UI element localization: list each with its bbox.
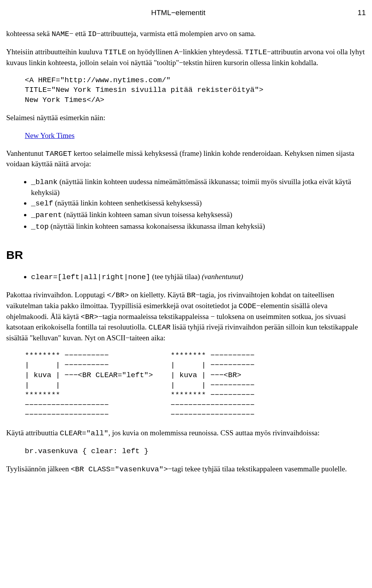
list-item: _top (näyttää linkin kohteen samassa kok… [31,221,366,232]
code-clear: clear=[left|all|right|none] [31,273,150,281]
code-br: BR [187,291,196,300]
code-parent: _parent [31,211,62,219]
header-title: HTML−elementit [6,8,350,18]
deprecated-note: (vanhentunut) [202,272,243,281]
paragraph-css-rule: Tyylisäännön jälkeen <BR CLASS="vasenkuv… [6,464,366,475]
heading-br: BR [6,247,366,263]
paragraph-browser-shows: Selaimesi näyttää esimerkin näin: [6,113,366,123]
text: −linkkien yhteydessä. [179,48,245,56]
text: (näyttää linkin kohteen samassa kokonais… [49,222,265,230]
code-br-end: </BR> [107,291,129,300]
paragraph-target: Vanhentunut TARGET kertoo selaimelle mis… [6,148,366,169]
ascii-art-diagram: ******** −−−−−−−−−− ******** −−−−−−−−−− … [6,351,366,420]
code-target: TARGET [45,150,72,158]
code-blank: _blank [31,178,57,186]
code-code: CODE [239,302,257,310]
text: Yhteisiin attribuutteihin kuuluva [6,48,104,56]
paragraph-br-description: Pakottaa rivinvaihdon. Lopputagi </BR> o… [6,290,366,343]
code-block-css: br.vasenkuva { clear: left } [6,447,366,457]
target-values-list: _blank (näyttää linkin kohteen uudessa n… [6,177,366,232]
code-br-tag: <BR> [81,313,98,321]
code-clear: CLEAR [148,323,170,332]
text: kohteessa sekä [6,29,52,38]
list-item: _parent (näyttää linkin kohteen saman si… [31,210,366,221]
text: on hyödyllinen [126,48,174,56]
text: (näyttää linkin kohteen saman sivun tois… [62,210,232,219]
paragraph-title-attr: Yhteisiin attribuutteihin kuuluva TITLE … [6,47,366,67]
code-br-class: <BR CLASS="vasenkuva"> [71,465,168,474]
page-header: HTML−elementit 11 [6,8,366,18]
text: , jos kuvia on molemmissa reunoissa. CSS… [108,429,320,437]
list-item: _blank (näyttää linkin kohteen uudessa n… [31,177,366,197]
code-top: _top [31,222,49,231]
text: −tagi tekee tyhjää tilaa tekstikappaleen… [168,465,347,473]
list-item: clear=[left|all|right|none] (tee tyhjää … [31,272,366,283]
header-page-number: 11 [350,8,366,18]
example-link-nytimes[interactable]: New York Times [25,131,74,140]
text: Vanhentunut [6,149,45,157]
code-a: A [174,48,179,57]
text: Pakottaa rivinvaihdon. Lopputagi [6,291,107,299]
code-clear-all: CLEAR="all" [60,429,108,438]
text: (näyttää linkin kohteen uudessa nimeämät… [31,178,351,197]
code-name: NAME [52,30,69,38]
code-block-anchor-example: <A HREF="http://www.nytimes.com/" TITLE=… [6,76,366,105]
code-self: _self [31,199,53,208]
text: −attribuutteja, varmista että molempien … [96,29,256,38]
paragraph-clear-all: Käytä attribuuttia CLEAR="all", jos kuvi… [6,428,366,439]
text: Käytä attribuuttia [6,429,60,437]
text: (tee tyhjää tilaa) [150,272,202,281]
br-attributes-list: clear=[left|all|right|none] (tee tyhjää … [6,272,366,283]
code-title: TITLE [104,48,126,57]
code-title: TITLE [245,48,267,57]
list-item: _self (näyttää linkin kohteen senhetkise… [31,198,366,209]
example-output: New York Times [6,131,366,141]
paragraph-intro: kohteessa sekä NAME− että ID−attribuutte… [6,29,366,40]
text: − että [69,29,88,38]
code-id: ID [88,30,96,38]
text: on kielletty. Käytä [129,291,187,299]
text: (näyttää linkin kohteen senhetkisessä ke… [53,199,202,207]
text: Tyylisäännön jälkeen [6,465,71,473]
